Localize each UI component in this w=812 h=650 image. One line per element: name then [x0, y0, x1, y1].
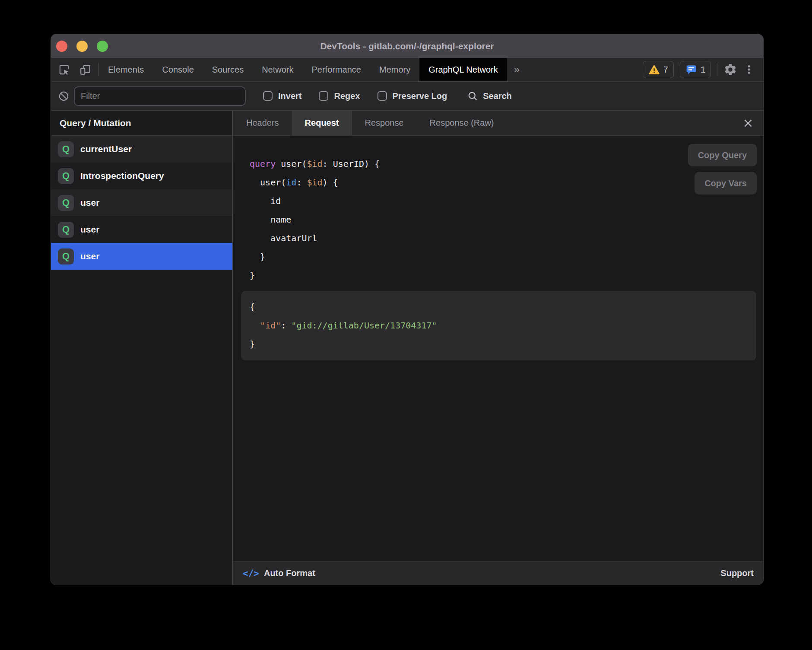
tab-console[interactable]: Console — [153, 58, 203, 81]
search-label: Search — [483, 91, 512, 101]
preserve-log-checkbox-group[interactable]: Preserve Log — [377, 91, 447, 101]
badge-separator — [717, 63, 717, 76]
query-item-label: user — [80, 198, 99, 208]
auto-format-label: Auto Format — [264, 568, 315, 578]
query-type-badge: Q — [58, 168, 74, 184]
devtools-tab-bar: Elements Console Sources Network Perform… — [51, 58, 763, 82]
issues-badge[interactable]: 1 — [680, 61, 711, 78]
regex-checkbox-group[interactable]: Regex — [319, 91, 360, 101]
tab-sources[interactable]: Sources — [203, 58, 253, 81]
preserve-log-checkbox[interactable] — [377, 91, 387, 101]
search-icon — [467, 90, 479, 102]
toolbar-right: 7 1 — [643, 58, 763, 81]
query-list-item-user-3-selected[interactable]: Q user — [51, 243, 232, 270]
auto-format-button[interactable]: </> Auto Format — [243, 568, 315, 579]
tab-response[interactable]: Response — [352, 111, 417, 135]
tab-request[interactable]: Request — [292, 111, 352, 135]
window-title: DevTools - gitlab.com/-/graphql-explorer — [51, 41, 763, 51]
settings-gear-icon[interactable] — [723, 63, 737, 76]
tab-graphql-network[interactable]: GraphQL Network — [419, 58, 507, 81]
message-count: 1 — [701, 65, 705, 75]
tab-response-raw[interactable]: Response (Raw) — [417, 111, 507, 135]
graphql-query-code: query user($id: UserID) { user(id: $id) … — [250, 155, 763, 285]
warning-count: 7 — [663, 65, 668, 75]
more-tabs-chevron-icon[interactable]: » — [507, 58, 527, 81]
tab-performance[interactable]: Performance — [303, 58, 371, 81]
query-type-badge: Q — [58, 249, 74, 264]
preserve-log-label: Preserve Log — [393, 91, 447, 101]
title-bar: DevTools - gitlab.com/-/graphql-explorer — [51, 34, 763, 58]
panel-footer: </> Auto Format Support — [233, 561, 763, 585]
kebab-menu-icon[interactable] — [743, 63, 755, 76]
query-list-sidebar: Query / Mutation Q currentUser Q Introsp… — [51, 111, 232, 585]
query-item-label: IntrospectionQuery — [80, 171, 164, 181]
detail-tab-bar: Headers Request Response Response (Raw) — [233, 111, 763, 136]
warnings-badge[interactable]: 7 — [643, 61, 674, 78]
tool-icons — [51, 58, 98, 81]
tab-memory[interactable]: Memory — [370, 58, 419, 81]
regex-checkbox[interactable] — [319, 91, 328, 101]
query-list-item-introspectionQuery[interactable]: Q IntrospectionQuery — [51, 162, 232, 189]
device-toolbar-icon[interactable] — [79, 64, 92, 76]
query-type-badge: Q — [58, 222, 74, 238]
query-item-label: user — [80, 224, 99, 235]
query-list-item-currentUser[interactable]: Q currentUser — [51, 136, 232, 162]
detail-panel: Headers Request Response Response (Raw) … — [233, 111, 763, 585]
filter-bar: Invert Regex Preserve Log Search — [51, 82, 763, 111]
filter-input[interactable] — [74, 86, 246, 106]
message-bubble-icon — [685, 64, 697, 75]
query-list-item-user-1[interactable]: Q user — [51, 189, 232, 216]
query-type-badge: Q — [58, 141, 74, 157]
close-detail-icon[interactable] — [742, 111, 754, 135]
query-item-label: currentUser — [80, 144, 132, 154]
tab-headers[interactable]: Headers — [233, 111, 292, 135]
query-variables-box: { "id": "gid://gitlab/User/13704317"} — [241, 291, 756, 360]
invert-checkbox-group[interactable]: Invert — [263, 91, 301, 101]
inspect-element-icon[interactable] — [58, 64, 70, 76]
regex-label: Regex — [334, 91, 360, 101]
support-link[interactable]: Support — [720, 568, 754, 578]
query-list-item-user-2[interactable]: Q user — [51, 216, 232, 243]
invert-label: Invert — [278, 91, 301, 101]
warning-icon — [648, 64, 660, 75]
query-type-badge: Q — [58, 195, 74, 211]
tab-network[interactable]: Network — [253, 58, 302, 81]
sidebar-header: Query / Mutation — [51, 111, 232, 136]
query-item-label: user — [80, 251, 99, 261]
tab-elements[interactable]: Elements — [99, 58, 153, 81]
search-control[interactable]: Search — [467, 90, 512, 102]
copy-vars-button[interactable]: Copy Vars — [695, 172, 757, 194]
request-content: query user($id: UserID) { user(id: $id) … — [233, 136, 763, 561]
code-brackets-icon: </> — [243, 568, 259, 579]
invert-checkbox[interactable] — [263, 91, 273, 101]
copy-query-button[interactable]: Copy Query — [688, 144, 757, 166]
devtools-window: DevTools - gitlab.com/-/graphql-explorer — [51, 34, 764, 585]
clear-block-icon[interactable] — [58, 90, 70, 102]
